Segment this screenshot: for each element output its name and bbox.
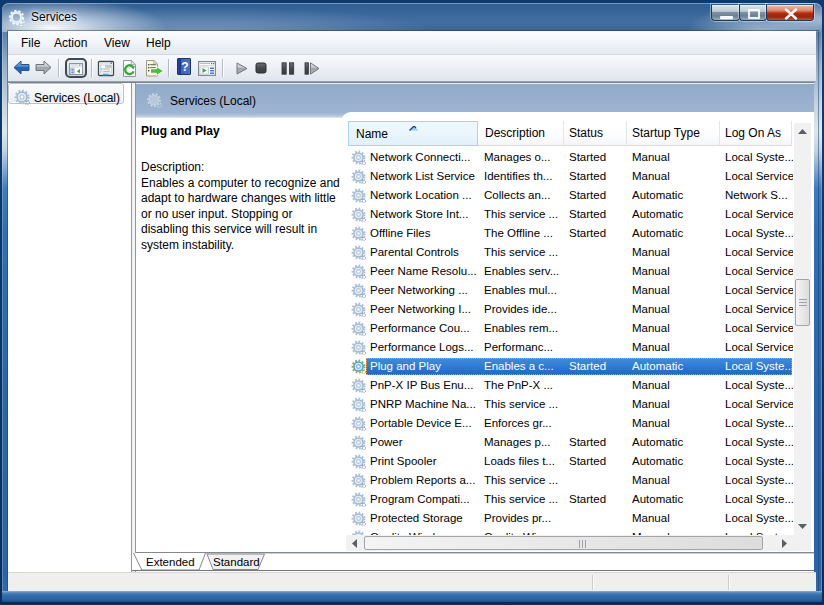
svg-text:Extended: Extended: [146, 556, 195, 568]
svg-text:Standard: Standard: [213, 556, 260, 568]
